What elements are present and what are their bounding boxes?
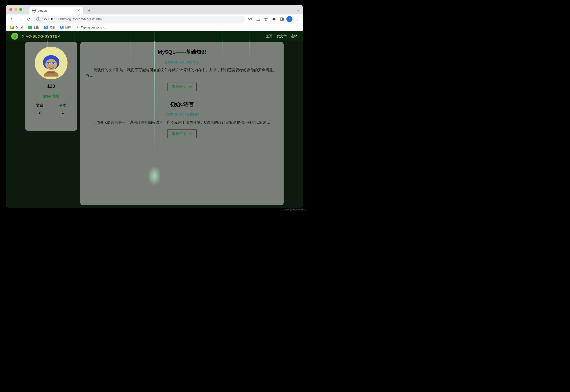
stat-categories-label: 分类 xyxy=(59,103,67,108)
post-list: MySQL——基础知识 2022-10-12 14:27:36 受硬件的技术影响… xyxy=(80,42,284,205)
news-icon: G xyxy=(44,26,48,29)
profile-avatar-button[interactable]: X xyxy=(286,16,292,22)
kebab-menu-icon[interactable] xyxy=(293,16,300,23)
extensions-icon[interactable] xyxy=(270,16,278,23)
nav-home[interactable]: 主页 xyxy=(266,34,273,39)
password-key-icon[interactable] xyxy=(247,16,254,23)
svg-rect-2 xyxy=(282,18,284,21)
post-date: 2022-10-12 14:22:59 xyxy=(86,113,278,117)
forward-button[interactable] xyxy=(17,16,24,23)
bookmarks-bar: MGmail ▲地图 G资讯 文翻译 tTyping Lessons -… xyxy=(6,24,303,31)
svg-point-4 xyxy=(297,19,297,19)
post-date: 2022-10-12 14:27:36 xyxy=(86,60,278,64)
post-excerpt: 受硬件的技术影响，我们不可能将所有的文件存储在计算机的内存中。并且，我们还需要考… xyxy=(86,67,278,78)
profile-card: 123 gitee 地址 文章 分类 2 1 xyxy=(25,42,77,131)
site-navbar: b XIAO-BLOG-SYSTEM 主页 发文章 注销 xyxy=(6,31,303,41)
browser-tab[interactable]: blogList ✕ xyxy=(30,7,83,14)
svg-point-3 xyxy=(297,17,297,18)
gitee-link[interactable]: gitee 地址 xyxy=(28,94,74,99)
avatar xyxy=(35,47,68,79)
read-more-button[interactable]: 查看全文 >> xyxy=(167,83,197,91)
bookmark-gmail[interactable]: MGmail xyxy=(8,25,25,30)
share-icon[interactable] xyxy=(255,16,262,23)
stat-categories-count: 1 xyxy=(62,110,64,114)
address-bar[interactable]: i 127.0.0.1:8080/blog_system/blogList.ht… xyxy=(34,16,245,23)
toolbar-right: X xyxy=(247,16,300,23)
watermark: CSDN @Xiaolock830 xyxy=(283,208,306,211)
translate-icon: 文 xyxy=(60,26,63,29)
site-brand: XIAO-BLOG-SYSTEM xyxy=(22,34,60,38)
gmail-icon: M xyxy=(10,26,14,29)
avatar-ape-icon xyxy=(39,52,63,77)
content-wrap: 123 gitee 地址 文章 分类 2 1 MySQL——基础知识 2022-… xyxy=(6,41,303,208)
typing-icon: t xyxy=(76,26,79,29)
bookmark-news[interactable]: G资讯 xyxy=(42,25,57,30)
stat-values: 2 1 xyxy=(28,110,74,114)
bookmark-typing[interactable]: tTyping Lessons -… xyxy=(74,25,109,30)
post-title[interactable]: MySQL——基础知识 xyxy=(86,49,278,56)
window-controls xyxy=(9,8,22,11)
tab-strip: blogList ✕ + xyxy=(6,5,303,14)
post-item: MySQL——基础知识 2022-10-12 14:27:36 受硬件的技术影响… xyxy=(86,49,278,91)
read-more-button[interactable]: 查看全文 >> xyxy=(167,129,197,138)
tabs-dropdown-icon[interactable] xyxy=(296,8,300,12)
side-panel-icon[interactable] xyxy=(278,16,285,23)
reload-button[interactable] xyxy=(25,16,32,23)
bookmark-star-icon[interactable] xyxy=(263,16,270,23)
tab-title: blogList xyxy=(38,9,48,12)
browser-toolbar: i 127.0.0.1:8080/blog_system/blogList.ht… xyxy=(6,14,303,24)
browser-window: blogList ✕ + i 127.0.0.1:8080/blog_syste… xyxy=(6,5,303,208)
nav-write[interactable]: 发文章 xyxy=(276,34,287,39)
globe-icon xyxy=(32,9,36,12)
stat-articles-count: 2 xyxy=(39,110,41,114)
svg-point-5 xyxy=(297,20,297,21)
bookmark-maps[interactable]: ▲地图 xyxy=(26,25,41,30)
maximize-window-button[interactable] xyxy=(19,8,22,11)
back-button[interactable] xyxy=(8,16,15,23)
close-tab-icon[interactable]: ✕ xyxy=(77,8,80,13)
minimize-window-button[interactable] xyxy=(14,8,17,11)
close-window-button[interactable] xyxy=(9,8,12,11)
stat-labels: 文章 分类 xyxy=(28,103,74,108)
post-item: 初始C语言 2022-10-12 14:22:59 # 简介 c语言言是一门通用… xyxy=(86,101,278,138)
stat-articles-label: 文章 xyxy=(36,103,44,108)
site-logo-icon[interactable]: b xyxy=(11,33,18,40)
username: 123 xyxy=(28,84,74,89)
url-text: 127.0.0.1:8080/blog_system/blogList.html xyxy=(42,17,102,21)
page-content: b XIAO-BLOG-SYSTEM 主页 发文章 注销 xyxy=(6,31,303,208)
svg-point-0 xyxy=(249,18,249,19)
nav-logout[interactable]: 注销 xyxy=(291,34,298,39)
new-tab-button[interactable]: + xyxy=(86,7,92,14)
maps-icon: ▲ xyxy=(28,26,32,29)
bookmark-translate[interactable]: 文翻译 xyxy=(58,25,73,30)
post-excerpt: # 简介 c语言言是一门通用计算机编程语言，广泛应用于底层开发。C语言的设计目标… xyxy=(86,120,278,125)
post-title[interactable]: 初始C语言 xyxy=(86,101,278,108)
site-info-icon[interactable]: i xyxy=(36,17,40,21)
